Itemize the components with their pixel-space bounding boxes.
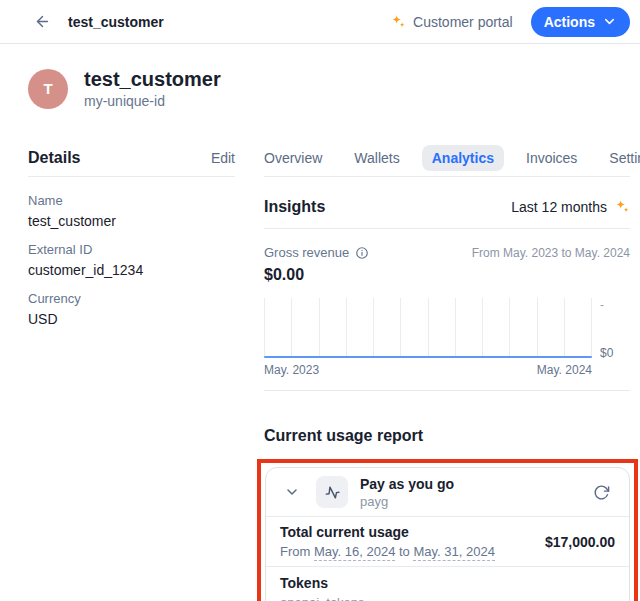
- x-axis-label-end: May. 2024: [537, 363, 592, 377]
- tab-settings[interactable]: Settings: [599, 145, 640, 171]
- tab-bar: Overview Wallets Analytics Invoices Sett…: [254, 145, 640, 171]
- chart-gridline: [373, 298, 374, 358]
- topbar-title: test_customer: [68, 14, 164, 30]
- chart-zero-line: [264, 356, 592, 358]
- chart-divider: [264, 390, 630, 391]
- charge-code: openai_tokens: [280, 595, 615, 601]
- red-annotation-box: Pay as you go payg Total current usage F…: [257, 459, 638, 601]
- tab-invoices[interactable]: Invoices: [516, 145, 587, 171]
- chart-gridline: [455, 298, 456, 358]
- chevron-down-icon: [602, 14, 617, 29]
- total-usage-row: Total current usage From May. 16, 2024 t…: [266, 517, 629, 566]
- tab-analytics[interactable]: Analytics: [422, 145, 504, 171]
- chart-gridline: [346, 298, 347, 358]
- chart-gridline: [264, 298, 265, 358]
- total-usage-amount: $17,000.00: [545, 534, 615, 550]
- customer-header: T test_customer my-unique-id: [28, 68, 630, 109]
- period-selector[interactable]: Last 12 months: [511, 199, 630, 215]
- total-usage-range: From May. 16, 2024 to May. 31, 2024: [280, 544, 495, 559]
- arrow-left-icon: [34, 13, 51, 30]
- plan-icon-container: [316, 476, 348, 508]
- gross-revenue-label: Gross revenue: [264, 245, 349, 260]
- avatar-initial: T: [43, 80, 52, 97]
- customer-external-id: my-unique-id: [84, 93, 221, 109]
- details-divider: [28, 176, 235, 177]
- actions-label: Actions: [544, 14, 595, 30]
- field-label: External ID: [28, 242, 235, 258]
- details-panel: Details Edit Name test_customer External…: [28, 143, 235, 601]
- refresh-button[interactable]: [587, 478, 615, 506]
- chevron-down-icon: [284, 484, 300, 500]
- x-axis-label-start: May. 2023: [264, 363, 319, 377]
- field-value: customer_id_1234: [28, 261, 235, 279]
- avatar: T: [28, 69, 68, 109]
- plan-code: payg: [360, 494, 454, 509]
- metric-date-range: From May. 2023 to May. 2024: [472, 245, 630, 260]
- customer-portal-link[interactable]: Customer portal: [390, 14, 513, 30]
- insights-heading: Insights: [264, 198, 325, 216]
- info-icon[interactable]: [355, 246, 369, 260]
- chart-plot: [264, 298, 592, 358]
- collapse-toggle-button[interactable]: [280, 480, 304, 504]
- usage-report-heading: Current usage report: [264, 425, 630, 447]
- y-axis-label-top: -: [600, 298, 630, 312]
- back-button[interactable]: [30, 10, 54, 34]
- range-end-date[interactable]: May. 31, 2024: [413, 544, 494, 561]
- chart-gridline: [591, 298, 592, 358]
- insights-divider: [264, 228, 630, 229]
- plan-header-row: Pay as you go payg: [266, 468, 629, 516]
- sparkle-icon: [390, 14, 406, 30]
- plan-title: Pay as you go: [360, 476, 454, 493]
- chart-gridline: [291, 298, 292, 358]
- field-value: test_customer: [28, 212, 235, 230]
- chart-gridline: [400, 298, 401, 358]
- field-currency: Currency USD: [28, 291, 235, 328]
- y-axis-label-zero: $0: [600, 346, 630, 360]
- chart-gridline: [564, 298, 565, 358]
- details-heading: Details: [28, 149, 80, 167]
- chart-gridline: [319, 298, 320, 358]
- gross-revenue-chart: May. 2023 May. 2024 - $0: [264, 298, 630, 377]
- field-label: Currency: [28, 291, 235, 307]
- period-label: Last 12 months: [511, 199, 607, 215]
- pulse-icon: [322, 482, 341, 501]
- chart-gridline: [509, 298, 510, 358]
- chart-gridline: [482, 298, 483, 358]
- total-usage-label: Total current usage: [280, 524, 495, 541]
- field-name: Name test_customer: [28, 193, 235, 230]
- customer-portal-label: Customer portal: [413, 14, 513, 30]
- usage-card: Pay as you go payg Total current usage F…: [265, 467, 630, 601]
- range-prefix: From: [280, 544, 314, 559]
- sparkle-icon: [614, 199, 630, 215]
- tab-overview[interactable]: Overview: [254, 145, 332, 171]
- gross-revenue-label-row: Gross revenue: [264, 245, 369, 260]
- charge-row: Tokens openai_tokens: [266, 567, 629, 601]
- main-panel: Overview Wallets Analytics Invoices Sett…: [264, 143, 630, 601]
- refresh-icon: [593, 484, 610, 501]
- field-external-id: External ID customer_id_1234: [28, 242, 235, 279]
- customer-name: test_customer: [84, 68, 221, 90]
- field-value: USD: [28, 310, 235, 328]
- range-start-date[interactable]: May. 16, 2024: [314, 544, 395, 561]
- topbar: test_customer Customer portal Actions: [0, 0, 640, 44]
- tabs-divider: [264, 176, 630, 177]
- charge-title: Tokens: [280, 575, 615, 592]
- range-middle: to: [395, 544, 413, 559]
- tab-wallets[interactable]: Wallets: [344, 145, 409, 171]
- chart-gridline: [537, 298, 538, 358]
- field-label: Name: [28, 193, 235, 209]
- actions-button[interactable]: Actions: [531, 7, 630, 37]
- edit-details-link[interactable]: Edit: [211, 150, 235, 166]
- gross-revenue-value: $0.00: [264, 266, 630, 284]
- chart-gridline: [428, 298, 429, 358]
